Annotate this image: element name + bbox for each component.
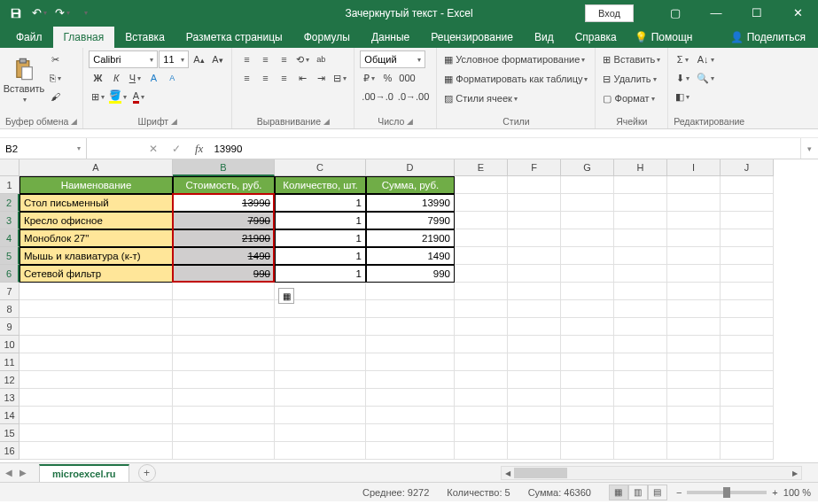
- cell-H9[interactable]: [614, 318, 667, 336]
- cell-E14[interactable]: [455, 407, 508, 424]
- tab-data[interactable]: Данные: [361, 27, 420, 48]
- fx-icon[interactable]: fx: [190, 138, 208, 159]
- accept-formula-icon[interactable]: ✓: [165, 143, 188, 155]
- cell-J16[interactable]: [721, 442, 774, 460]
- cell-C3[interactable]: 1: [275, 212, 366, 229]
- zoom-in-icon[interactable]: +: [772, 487, 777, 498]
- orientation-icon[interactable]: ⟲▾: [293, 50, 311, 68]
- cell-E3[interactable]: [455, 212, 508, 229]
- sheet-nav-prev-icon[interactable]: ◀: [5, 468, 12, 477]
- sheet-nav-next-icon[interactable]: ▶: [19, 468, 27, 477]
- cell-J6[interactable]: [721, 265, 774, 283]
- login-button[interactable]: Вход: [585, 4, 634, 22]
- delete-cells-button[interactable]: ⊟ Удалить▾: [601, 70, 662, 88]
- cell-I9[interactable]: [667, 318, 721, 336]
- column-header-A[interactable]: A: [19, 159, 173, 176]
- cell-D1[interactable]: Сумма, руб.: [366, 176, 455, 194]
- copy-icon[interactable]: ⎘▾: [46, 69, 64, 87]
- cell-G12[interactable]: [561, 371, 614, 389]
- cell-I8[interactable]: [667, 300, 721, 318]
- cell-J13[interactable]: [721, 389, 774, 407]
- cell-A16[interactable]: [19, 442, 173, 460]
- cell-C15[interactable]: [275, 424, 366, 442]
- cell-I16[interactable]: [667, 442, 721, 460]
- italic-button[interactable]: К: [107, 69, 125, 87]
- cell-F13[interactable]: [508, 389, 561, 407]
- cell-I6[interactable]: [667, 265, 721, 283]
- row-header-16[interactable]: 16: [0, 442, 19, 460]
- column-header-E[interactable]: E: [455, 159, 508, 176]
- underline-button[interactable]: Ч▾: [126, 69, 144, 87]
- tell-me[interactable]: 💡Помощн: [627, 27, 700, 48]
- cell-E9[interactable]: [455, 318, 508, 336]
- cell-H10[interactable]: [614, 336, 667, 353]
- cell-I14[interactable]: [667, 407, 721, 424]
- zoom-out-icon[interactable]: −: [676, 487, 682, 498]
- fill-icon[interactable]: ⬇▾: [674, 69, 691, 87]
- tab-file[interactable]: Файл: [5, 27, 53, 48]
- cell-D15[interactable]: [366, 424, 455, 442]
- cell-J12[interactable]: [721, 371, 774, 389]
- decrease-indent-icon[interactable]: ⇤: [293, 69, 311, 87]
- row-header-7[interactable]: 7: [0, 283, 19, 300]
- cell-F2[interactable]: [508, 194, 561, 212]
- scroll-right-icon[interactable]: ▶: [789, 467, 801, 479]
- cell-G10[interactable]: [561, 336, 614, 353]
- scroll-thumb[interactable]: [514, 468, 567, 478]
- cell-G16[interactable]: [561, 442, 614, 460]
- cell-A2[interactable]: Стол письменный: [19, 194, 173, 212]
- cell-G8[interactable]: [561, 300, 614, 318]
- cell-E6[interactable]: [455, 265, 508, 283]
- cell-J10[interactable]: [721, 336, 774, 353]
- cell-A5[interactable]: Мышь и клавиатура (к-т): [19, 247, 173, 265]
- row-header-12[interactable]: 12: [0, 371, 19, 389]
- cell-B2[interactable]: 13990: [173, 194, 275, 212]
- select-all-corner[interactable]: [0, 159, 19, 176]
- maximize-icon[interactable]: ☐: [736, 0, 777, 26]
- cell-A13[interactable]: [19, 389, 173, 407]
- comma-icon[interactable]: 000: [397, 69, 417, 87]
- cell-A15[interactable]: [19, 424, 173, 442]
- clipboard-launcher-icon[interactable]: ◢: [71, 117, 77, 126]
- row-header-5[interactable]: 5: [0, 247, 19, 265]
- cell-B3[interactable]: 7990: [173, 212, 275, 229]
- cell-A1[interactable]: Наименование: [19, 176, 173, 194]
- percent-icon[interactable]: %: [378, 69, 396, 87]
- tab-home[interactable]: Главная: [53, 27, 115, 48]
- quick-analysis-icon[interactable]: ▦: [278, 288, 294, 304]
- view-page-break-icon[interactable]: ▤: [648, 485, 667, 500]
- cell-A10[interactable]: [19, 336, 173, 353]
- cell-G2[interactable]: [561, 194, 614, 212]
- align-middle-icon[interactable]: ≡: [256, 50, 274, 68]
- column-header-G[interactable]: G: [561, 159, 614, 176]
- cell-G13[interactable]: [561, 389, 614, 407]
- borders-icon[interactable]: ⊞▾: [89, 88, 106, 105]
- cell-F7[interactable]: [508, 283, 561, 300]
- row-header-8[interactable]: 8: [0, 300, 19, 318]
- cell-H5[interactable]: [614, 247, 667, 265]
- cell-C13[interactable]: [275, 389, 366, 407]
- cell-G5[interactable]: [561, 247, 614, 265]
- cell-A4[interactable]: Моноблок 27": [19, 229, 173, 247]
- ribbon-minimize-icon[interactable]: ▢: [655, 0, 696, 26]
- cell-B14[interactable]: [173, 407, 275, 424]
- cell-H1[interactable]: [614, 176, 667, 194]
- cut-icon[interactable]: ✂: [46, 50, 64, 68]
- insert-cells-button[interactable]: ⊞ Вставить▾: [601, 50, 662, 68]
- row-header-2[interactable]: 2: [0, 194, 19, 212]
- cancel-formula-icon[interactable]: ✕: [142, 143, 165, 155]
- cell-G15[interactable]: [561, 424, 614, 442]
- row-header-11[interactable]: 11: [0, 353, 19, 371]
- cell-D2[interactable]: 13990: [366, 194, 455, 212]
- column-header-F[interactable]: F: [508, 159, 561, 176]
- format-painter-icon[interactable]: 🖌: [46, 88, 64, 105]
- wrap-text-icon[interactable]: ab: [312, 50, 330, 68]
- font-shrink2-icon[interactable]: A: [163, 69, 181, 87]
- align-top-icon[interactable]: ≡: [238, 50, 255, 68]
- cell-I7[interactable]: [667, 283, 721, 300]
- cell-I3[interactable]: [667, 212, 721, 229]
- cell-B11[interactable]: [173, 353, 275, 371]
- sheet-tab[interactable]: microexcel.ru: [39, 464, 129, 482]
- name-box[interactable]: B2: [0, 138, 87, 159]
- column-header-H[interactable]: H: [614, 159, 667, 176]
